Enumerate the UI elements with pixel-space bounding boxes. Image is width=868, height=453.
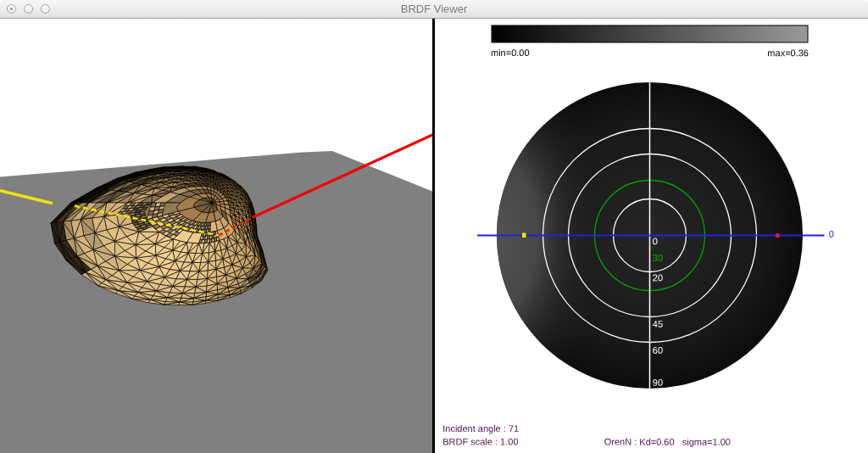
svg-text:90: 90	[653, 378, 663, 389]
svg-text:Incident angle : 71: Incident angle : 71	[442, 424, 519, 434]
svg-text:30: 30	[653, 254, 663, 264]
svg-text:min=0.00: min=0.00	[491, 48, 530, 59]
svg-text:0: 0	[653, 237, 658, 247]
svg-text:OrenN : Kd=0.60 sigma=1.00: OrenN : Kd=0.60 sigma=1.00	[604, 438, 731, 448]
svg-text:0: 0	[829, 230, 834, 240]
svg-text:60: 60	[653, 346, 663, 356]
svg-text:20: 20	[653, 273, 663, 283]
svg-text:BRDF scale : 1.00: BRDF scale : 1.00	[442, 438, 518, 448]
svg-text:45: 45	[653, 320, 663, 330]
svg-text:max=0.36: max=0.36	[767, 48, 809, 59]
